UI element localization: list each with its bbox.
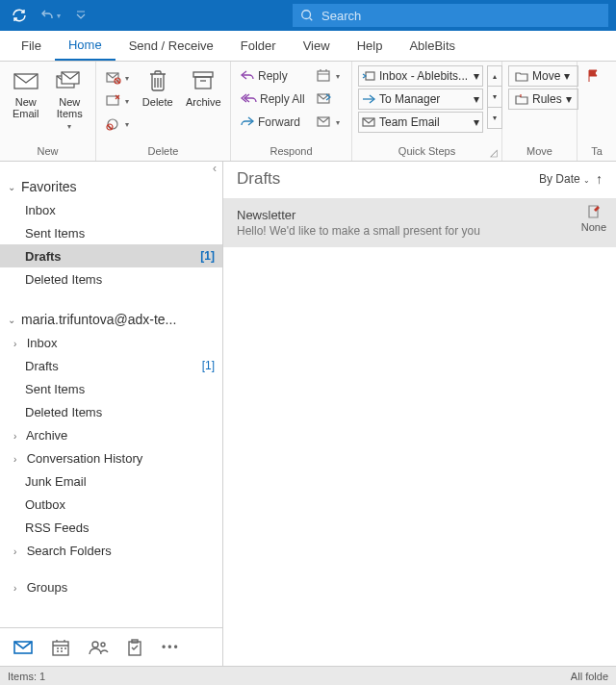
folder-inbox[interactable]: Inbox bbox=[0, 198, 222, 221]
ribbon-group-move: Move▾ Rules▾ Move bbox=[502, 62, 578, 161]
rules-button[interactable]: Rules▾ bbox=[508, 89, 578, 110]
sort-direction-icon[interactable]: ↑ bbox=[596, 171, 603, 187]
ribbon-group-label: Quick Steps◿ bbox=[352, 143, 501, 161]
status-connection: All folde bbox=[571, 671, 608, 682]
tab-folder[interactable]: Folder bbox=[227, 31, 290, 61]
forward-button[interactable]: Forward bbox=[237, 112, 309, 133]
tab-home[interactable]: Home bbox=[55, 31, 116, 61]
folder-search-folders[interactable]: › Search Folders bbox=[0, 539, 222, 562]
svg-rect-14 bbox=[366, 72, 374, 80]
more-respond-button[interactable]: ▾ bbox=[313, 112, 344, 133]
title-bar: ▾ bbox=[0, 0, 616, 31]
undo-icon[interactable]: ▾ bbox=[38, 4, 62, 27]
customize-qat-icon[interactable] bbox=[69, 4, 92, 27]
people-icon[interactable] bbox=[89, 640, 108, 655]
tab-view[interactable]: View bbox=[290, 31, 344, 61]
folder-rss-feeds[interactable]: RSS Feeds bbox=[0, 516, 222, 539]
folder-drafts[interactable]: Drafts[1] bbox=[0, 354, 222, 377]
quickstep-item[interactable]: To Manager▾ bbox=[358, 89, 483, 110]
archive-icon bbox=[190, 67, 217, 94]
folder-inbox[interactable]: › Inbox bbox=[0, 331, 222, 354]
quicksteps-scroll-up[interactable]: ▴ bbox=[487, 65, 502, 87]
ribbon-group-label: New bbox=[0, 143, 95, 161]
folder-deleted-items[interactable]: Deleted Items bbox=[0, 267, 222, 291]
rules-label: Rules bbox=[532, 92, 562, 106]
ignore-button[interactable]: ▾ bbox=[102, 67, 133, 89]
favorites-header[interactable]: ⌄Favorites bbox=[0, 175, 222, 198]
chevron-right-icon: › bbox=[13, 431, 23, 442]
quickstep-label: To Manager bbox=[379, 92, 440, 106]
new-items-label: New Items bbox=[57, 96, 83, 119]
chevron-down-icon: ⌄ bbox=[8, 182, 17, 192]
ribbon-group-quicksteps: Inbox - Ablebits...▾ To Manager▾ Team Em… bbox=[352, 62, 502, 161]
reply-all-button[interactable]: Reply All bbox=[237, 89, 309, 110]
folder-junk-email[interactable]: Junk Email bbox=[0, 469, 222, 493]
search-input[interactable] bbox=[321, 9, 601, 23]
folder-drafts[interactable]: Drafts[1] bbox=[0, 244, 222, 267]
tab-help[interactable]: Help bbox=[344, 31, 397, 61]
collapse-nav-icon[interactable]: ‹ bbox=[0, 162, 222, 175]
svg-rect-10 bbox=[195, 77, 211, 89]
quicksteps-scroll-down[interactable]: ▾ bbox=[487, 87, 502, 108]
search-box[interactable] bbox=[293, 4, 608, 27]
junk-button[interactable]: ▾ bbox=[102, 114, 133, 135]
cleanup-button[interactable]: ▾ bbox=[102, 90, 133, 112]
folder-sent-items[interactable]: Sent Items bbox=[0, 377, 222, 400]
quickstep-item[interactable]: Inbox - Ablebits...▾ bbox=[358, 65, 483, 87]
move-button[interactable]: Move▾ bbox=[508, 65, 578, 87]
mail-icon[interactable] bbox=[13, 640, 33, 655]
chevron-down-icon[interactable]: ▾ bbox=[474, 92, 479, 106]
tab-send-receive[interactable]: Send / Receive bbox=[116, 31, 227, 61]
folder-outbox[interactable]: Outbox bbox=[0, 493, 222, 516]
meeting-icon bbox=[317, 69, 332, 83]
account-header[interactable]: ⌄maria.trifuntova@adx-te... bbox=[0, 308, 222, 331]
groups-header[interactable]: › Groups bbox=[0, 575, 222, 598]
folder-icon bbox=[515, 70, 528, 82]
quicksteps-more[interactable]: ▾ bbox=[487, 108, 502, 129]
folder-label: Archive bbox=[26, 428, 67, 443]
new-email-button[interactable]: New Email bbox=[6, 65, 46, 121]
archive-button[interactable]: Archive bbox=[183, 65, 225, 110]
folder-sent-items[interactable]: Sent Items bbox=[0, 221, 222, 244]
folder-deleted-items[interactable]: Deleted Items bbox=[0, 400, 222, 423]
delete-button[interactable]: Delete bbox=[137, 65, 179, 110]
share-button[interactable] bbox=[313, 89, 344, 110]
folder-conversation-history[interactable]: › Conversation History bbox=[0, 446, 222, 469]
share-icon bbox=[317, 92, 332, 106]
meeting-button[interactable]: ▾ bbox=[313, 65, 344, 87]
groups-title: Groups bbox=[27, 580, 68, 595]
tasks-icon[interactable] bbox=[127, 639, 142, 656]
folder-label: Outbox bbox=[25, 497, 65, 512]
sync-icon[interactable] bbox=[8, 4, 31, 27]
quickstep-label: Team Email bbox=[379, 115, 440, 129]
reply-label: Reply bbox=[258, 69, 288, 83]
reply-button[interactable]: Reply bbox=[237, 65, 309, 87]
search-icon bbox=[300, 9, 314, 22]
more-nav-icon[interactable]: ••• bbox=[162, 641, 180, 654]
flag-icon bbox=[587, 69, 599, 83]
tag-button[interactable] bbox=[583, 65, 603, 87]
tab-ablebits[interactable]: AbleBits bbox=[396, 31, 469, 61]
folder-label: Inbox bbox=[27, 336, 58, 350]
dialog-launcher-icon[interactable]: ◿ bbox=[490, 147, 498, 158]
svg-point-0 bbox=[302, 11, 311, 19]
svg-point-18 bbox=[92, 642, 98, 647]
tab-file[interactable]: File bbox=[8, 31, 55, 61]
calendar-icon[interactable] bbox=[52, 639, 69, 656]
folder-archive[interactable]: › Archive bbox=[0, 423, 222, 446]
folder-label: Sent Items bbox=[25, 226, 85, 241]
chevron-down-icon[interactable]: ▾ bbox=[474, 69, 479, 83]
junk-icon bbox=[106, 117, 121, 131]
new-items-button[interactable]: New Items ▾ bbox=[50, 65, 90, 135]
archive-label: Archive bbox=[186, 96, 221, 108]
content-pane: Drafts By Date ⌄ ↑ Newsletter Hello! We'… bbox=[223, 162, 616, 666]
status-items-count: Items: 1 bbox=[8, 671, 45, 682]
ribbon-group-delete: ▾ ▾ ▾ Delete Archive Delete bbox=[96, 62, 231, 161]
folder-count: [1] bbox=[200, 249, 215, 263]
chevron-down-icon[interactable]: ▾ bbox=[474, 115, 479, 129]
quickstep-item[interactable]: Team Email▾ bbox=[358, 112, 483, 133]
folder-title: Drafts bbox=[237, 169, 280, 189]
message-item[interactable]: Newsletter Hello! We'd like to make a sm… bbox=[223, 198, 616, 247]
chevron-right-icon: › bbox=[13, 454, 23, 465]
sort-button[interactable]: By Date ⌄ bbox=[539, 172, 590, 186]
